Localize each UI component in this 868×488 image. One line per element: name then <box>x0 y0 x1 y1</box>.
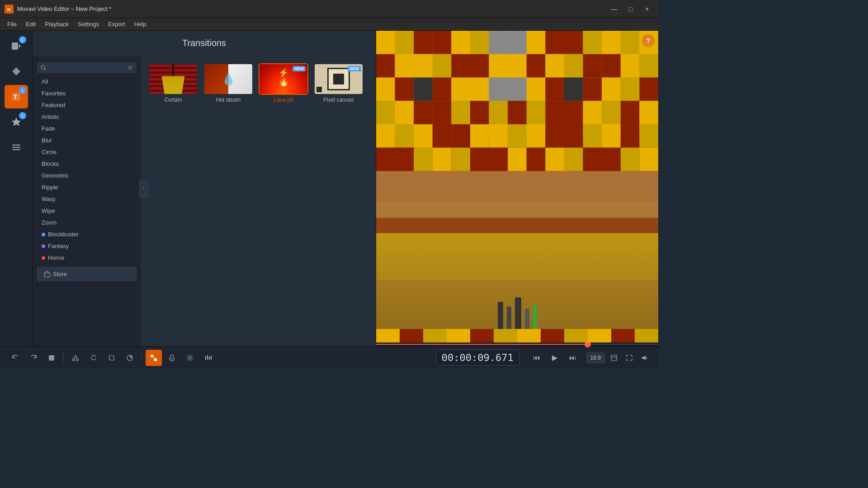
sidebar-btn-filters[interactable] <box>5 136 28 159</box>
lava-pit-thumbnail: 🔥 ⚡ NEW <box>259 63 308 95</box>
search-box[interactable]: ✕ <box>37 62 137 73</box>
undo-button[interactable] <box>7 350 24 366</box>
delete-button[interactable] <box>43 350 60 366</box>
category-fantasy[interactable]: Fantasy <box>34 240 139 252</box>
menu-settings[interactable]: Settings <box>73 19 104 29</box>
svg-rect-52 <box>508 78 527 101</box>
svg-rect-18 <box>433 31 452 54</box>
menu-file[interactable]: File <box>3 19 21 29</box>
category-favorites[interactable]: Favorites <box>34 88 139 99</box>
transitions-tool-button[interactable] <box>146 350 162 366</box>
category-zoom[interactable]: Zoom <box>34 217 139 228</box>
svg-rect-103 <box>621 148 640 171</box>
minimize-button[interactable]: — <box>608 5 621 14</box>
menu-edit[interactable]: Edit <box>21 19 40 29</box>
help-button[interactable]: ? <box>642 34 655 47</box>
progress-fill <box>376 344 588 345</box>
svg-rect-48 <box>433 78 452 101</box>
category-blocks[interactable]: Blocks <box>34 158 139 169</box>
collapse-panel-button[interactable]: ‹ <box>139 179 148 197</box>
store-button[interactable]: Store <box>37 267 137 281</box>
svg-line-111 <box>74 355 75 359</box>
svg-rect-44 <box>639 54 658 78</box>
video-canvas: ? <box>376 31 658 343</box>
transition-pixel-canvas[interactable]: NEW Pixel canvas <box>314 63 363 103</box>
svg-rect-47 <box>414 78 433 101</box>
menu-help[interactable]: Help <box>130 19 151 29</box>
toolbar-separator-1 <box>63 352 64 363</box>
sidebar-btn-titles[interactable]: T 1 <box>5 85 28 108</box>
preview-progress[interactable] <box>376 343 658 346</box>
transition-lava-pit[interactable]: 🔥 ⚡ NEW Lava pit <box>259 63 308 103</box>
svg-marker-126 <box>642 356 646 360</box>
svg-rect-28 <box>621 31 640 54</box>
menu-playback[interactable]: Playback <box>40 19 73 29</box>
skip-back-button[interactable]: ⏮ <box>528 350 545 366</box>
svg-rect-97 <box>508 148 527 171</box>
svg-rect-41 <box>583 54 602 78</box>
cut-button[interactable] <box>67 350 84 366</box>
category-ripple[interactable]: Ripple <box>34 182 139 193</box>
svg-line-11 <box>45 69 46 70</box>
svg-rect-67 <box>508 101 527 124</box>
skip-forward-button[interactable]: ⏭ <box>565 350 581 366</box>
rotate-button[interactable] <box>85 350 102 366</box>
category-geometric[interactable]: Geometric <box>34 170 139 181</box>
svg-rect-113 <box>109 356 114 360</box>
svg-rect-59 <box>639 78 658 101</box>
svg-rect-86 <box>583 124 602 148</box>
svg-rect-79 <box>451 124 470 148</box>
category-blur[interactable]: Blur <box>34 135 139 146</box>
svg-rect-26 <box>583 31 602 54</box>
svg-rect-53 <box>527 78 546 101</box>
fullscreen-button[interactable] <box>623 352 636 364</box>
settings-tool-button[interactable] <box>182 350 198 366</box>
crop-button[interactable] <box>104 350 120 366</box>
svg-rect-76 <box>395 124 414 148</box>
search-clear-button[interactable]: ✕ <box>127 64 133 71</box>
app-icon: M <box>5 5 14 14</box>
video-badge: 1 <box>19 36 26 43</box>
category-artistic[interactable]: Artistic <box>34 111 139 122</box>
svg-rect-40 <box>564 54 583 78</box>
category-all[interactable]: All <box>34 76 139 87</box>
svg-rect-30 <box>376 54 395 78</box>
volume-button[interactable] <box>638 352 651 364</box>
svg-rect-24 <box>545 31 564 54</box>
category-list: ✕ All Favorites Featured Artistic Fade B… <box>33 56 141 346</box>
aspect-ratio-button[interactable]: 16:9 <box>586 352 605 363</box>
equalizer-button[interactable] <box>200 350 216 366</box>
svg-rect-31 <box>395 54 414 78</box>
sidebar: 1 T 1 1 <box>0 31 33 346</box>
sidebar-btn-effects[interactable]: 1 <box>5 110 28 134</box>
redo-button[interactable] <box>25 350 42 366</box>
category-circle[interactable]: Circle <box>34 146 139 158</box>
audio-record-button[interactable] <box>164 350 180 366</box>
window-mode-button[interactable] <box>608 352 620 364</box>
play-pause-button[interactable]: ▶ <box>547 350 563 366</box>
svg-rect-43 <box>621 54 640 78</box>
svg-rect-54 <box>545 78 564 101</box>
sidebar-btn-transitions[interactable] <box>5 60 28 83</box>
maximize-button[interactable]: □ <box>624 5 637 14</box>
svg-point-110 <box>76 358 79 361</box>
menubar: FileEditPlaybackSettingsExportHelp <box>0 18 658 31</box>
close-button[interactable]: × <box>640 5 654 14</box>
category-blockbuster[interactable]: Blockbuster <box>34 229 139 240</box>
hot-steam-thumbnail: 💧 <box>203 63 253 95</box>
category-horror[interactable]: Horror <box>34 252 139 263</box>
svg-rect-91 <box>395 148 414 171</box>
window-title: Movavi Video Editor – New Project * <box>17 5 608 12</box>
transition-hot-steam[interactable]: 💧 Hot steam <box>203 63 253 103</box>
category-fade[interactable]: Fade <box>34 123 139 134</box>
category-featured[interactable]: Featured <box>34 99 139 111</box>
transition-curtain[interactable]: Curtain <box>148 63 198 103</box>
sidebar-btn-video[interactable]: 1 <box>5 34 28 58</box>
svg-rect-99 <box>545 148 564 171</box>
category-warp[interactable]: Warp <box>34 193 139 205</box>
store-label: Store <box>53 271 67 277</box>
search-input[interactable] <box>48 65 127 71</box>
menu-export[interactable]: Export <box>104 19 130 29</box>
category-wipe[interactable]: Wipe <box>34 205 139 216</box>
color-button[interactable] <box>122 350 138 366</box>
